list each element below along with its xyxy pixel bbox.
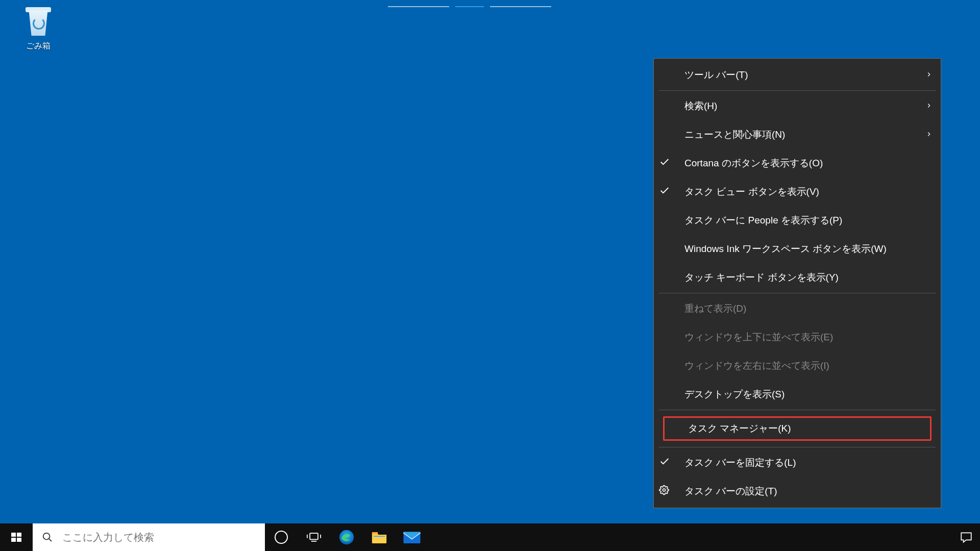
- menu-label: タスク ビュー ボタンを表示(V): [684, 185, 819, 198]
- taskbar-context-menu: ツール バー(T) 検索(H) ニュースと関心事項(N) Cortana のボタ…: [653, 58, 941, 508]
- chevron-right-icon: [925, 69, 933, 81]
- menu-separator: [659, 90, 936, 91]
- recycle-bin-label: ごみ箱: [15, 41, 61, 52]
- menu-label: 検索(H): [684, 99, 717, 113]
- taskbar[interactable]: [0, 523, 980, 551]
- mail-app[interactable]: [396, 523, 428, 551]
- gear-icon: [659, 485, 669, 498]
- menu-label: ウィンドウを上下に並べて表示(E): [684, 331, 833, 344]
- menu-task-manager[interactable]: タスク マネージャー(K): [663, 416, 932, 441]
- menu-label: タスク バーの設定(T): [684, 485, 777, 498]
- svg-point-5: [43, 533, 50, 540]
- menu-side-by-side-windows: ウィンドウを左右に並べて表示(I): [659, 352, 936, 380]
- menu-search[interactable]: 検索(H): [659, 92, 936, 120]
- recycle-bin-icon: [22, 6, 54, 38]
- taskbar-search[interactable]: [33, 523, 265, 551]
- menu-cascade-windows: 重ねて表示(D): [659, 294, 936, 323]
- svg-rect-1: [11, 533, 16, 537]
- mail-icon: [403, 530, 421, 545]
- menu-label: ニュースと関心事項(N): [684, 128, 785, 141]
- menu-separator: [659, 293, 936, 293]
- menu-toolbars[interactable]: ツール バー(T): [659, 61, 936, 89]
- menu-label: Cortana のボタンを表示する(O): [684, 157, 823, 170]
- windows-logo-icon: [10, 531, 22, 543]
- svg-rect-2: [17, 533, 21, 537]
- menu-label: Windows Ink ワークスペース ボタンを表示(W): [684, 242, 887, 256]
- menu-label: デスクトップを表示(S): [684, 388, 785, 401]
- system-tray[interactable]: [960, 523, 973, 551]
- chevron-right-icon: [925, 101, 933, 112]
- menu-show-desktop[interactable]: デスクトップを表示(S): [659, 380, 936, 409]
- recycle-bin[interactable]: ごみ箱: [15, 6, 61, 52]
- edge-icon: [338, 529, 355, 546]
- svg-rect-7: [310, 533, 318, 539]
- menu-separator: [659, 447, 936, 447]
- action-center-icon[interactable]: [960, 531, 973, 544]
- menu-news-interests[interactable]: ニュースと関心事項(N): [659, 120, 936, 149]
- menu-label: タスク バーに People を表示する(P): [684, 214, 842, 227]
- task-view-button[interactable]: [298, 523, 330, 551]
- task-view-icon: [307, 532, 321, 543]
- menu-label: ツール バー(T): [684, 68, 748, 82]
- menu-taskbar-settings[interactable]: タスク バーの設定(T): [659, 477, 936, 506]
- menu-show-taskview[interactable]: タスク ビュー ボタンを表示(V): [659, 178, 936, 206]
- check-icon: [659, 157, 670, 170]
- svg-rect-13: [374, 536, 385, 537]
- folder-icon: [371, 530, 388, 545]
- check-icon: [659, 456, 670, 470]
- check-icon: [659, 185, 670, 199]
- menu-stack-windows: ウィンドウを上下に並べて表示(E): [659, 323, 936, 352]
- menu-label: 重ねて表示(D): [684, 302, 746, 315]
- menu-lock-taskbar[interactable]: タスク バーを固定する(L): [659, 448, 936, 477]
- menu-label: タスク マネージャー(K): [688, 422, 791, 435]
- menu-show-touch-keyboard[interactable]: タッチ キーボード ボタンを表示(Y): [659, 263, 936, 292]
- svg-rect-4: [17, 538, 21, 542]
- search-input[interactable]: [62, 532, 261, 543]
- start-button[interactable]: [0, 523, 33, 551]
- menu-show-ink-workspace[interactable]: Windows Ink ワークスペース ボタンを表示(W): [659, 235, 936, 263]
- window-edge-artifact: [388, 0, 602, 1]
- menu-label: ウィンドウを左右に並べて表示(I): [684, 359, 829, 372]
- cortana-button[interactable]: [265, 523, 298, 551]
- file-explorer-app[interactable]: [363, 523, 396, 551]
- menu-label: タッチ キーボード ボタンを表示(Y): [684, 271, 839, 284]
- search-icon: [42, 531, 53, 543]
- edge-app[interactable]: [330, 523, 363, 551]
- cortana-icon: [275, 531, 288, 544]
- chevron-right-icon: [925, 129, 933, 140]
- menu-label: タスク バーを固定する(L): [684, 456, 796, 469]
- svg-point-0: [663, 489, 666, 491]
- svg-line-6: [49, 539, 52, 541]
- menu-show-people[interactable]: タスク バーに People を表示する(P): [659, 206, 936, 235]
- menu-separator: [659, 410, 936, 410]
- svg-rect-3: [11, 538, 16, 542]
- svg-rect-12: [372, 532, 378, 534]
- menu-show-cortana[interactable]: Cortana のボタンを表示する(O): [659, 149, 936, 178]
